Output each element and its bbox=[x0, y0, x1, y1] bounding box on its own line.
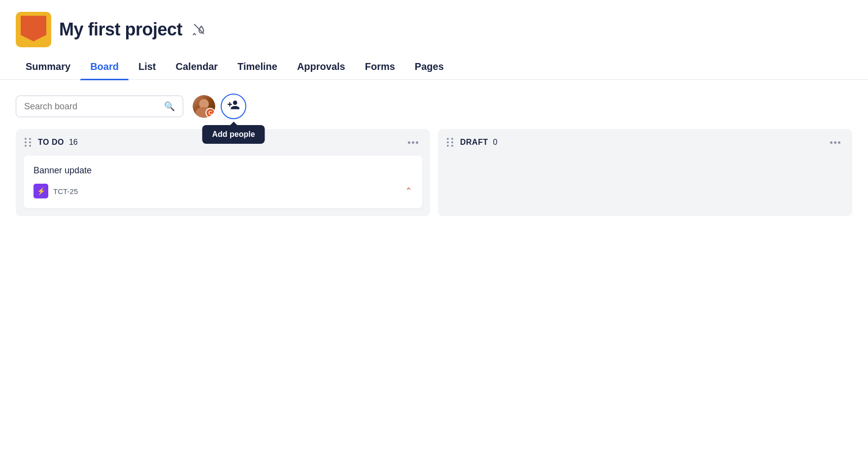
add-people-tooltip: Add people bbox=[202, 125, 265, 144]
column-draft-count: 0 bbox=[493, 138, 498, 147]
card-meta: ⚡ TCT-25 ⌃ bbox=[33, 184, 412, 198]
task-icon: ⚡ bbox=[33, 184, 48, 198]
tab-forms[interactable]: Forms bbox=[355, 55, 405, 79]
drag-handle-todo[interactable] bbox=[24, 137, 33, 148]
board-toolbar: 🔍 C Add people bbox=[0, 80, 868, 129]
column-draft-title: DRAFT bbox=[460, 138, 488, 147]
project-title: My first project bbox=[59, 19, 182, 40]
tab-calendar[interactable]: Calendar bbox=[166, 55, 228, 79]
tab-list[interactable]: List bbox=[129, 55, 166, 79]
paint-bucket-icon[interactable] bbox=[190, 21, 208, 38]
add-person-button[interactable]: Add people bbox=[221, 94, 246, 119]
expand-icon[interactable]: ⌃ bbox=[405, 186, 412, 196]
add-person-icon bbox=[227, 98, 240, 114]
column-draft-more-button[interactable] bbox=[826, 139, 844, 146]
search-input[interactable] bbox=[24, 101, 159, 112]
drag-handle-draft[interactable] bbox=[446, 137, 455, 148]
board-columns: TO DO 16 Banner update ⚡ TCT-25 ⌃ bbox=[0, 129, 868, 216]
page-header: My first project bbox=[0, 0, 868, 55]
tab-summary[interactable]: Summary bbox=[16, 55, 80, 79]
task-id: TCT-25 bbox=[53, 187, 78, 195]
column-todo-more-button[interactable] bbox=[404, 139, 422, 146]
user-avatar[interactable]: C bbox=[191, 94, 217, 119]
avatar-badge: C bbox=[205, 108, 215, 118]
card-title: Banner update bbox=[33, 165, 412, 176]
avatars-group: C Add people bbox=[191, 94, 246, 119]
column-draft-header: DRAFT 0 bbox=[446, 137, 844, 148]
tab-board[interactable]: Board bbox=[80, 55, 129, 79]
column-todo-count: 16 bbox=[69, 138, 78, 147]
tab-timeline[interactable]: Timeline bbox=[228, 55, 287, 79]
column-draft: DRAFT 0 bbox=[438, 129, 852, 216]
search-icon: 🔍 bbox=[164, 101, 175, 112]
tab-pages[interactable]: Pages bbox=[405, 55, 454, 79]
card-banner-update: Banner update ⚡ TCT-25 ⌃ bbox=[24, 156, 422, 208]
column-todo-title: TO DO bbox=[38, 138, 64, 147]
tabs-nav: Summary Board List Calendar Timeline App… bbox=[0, 55, 868, 80]
project-logo bbox=[16, 12, 51, 47]
search-box[interactable]: 🔍 bbox=[16, 96, 183, 117]
tab-approvals[interactable]: Approvals bbox=[287, 55, 355, 79]
